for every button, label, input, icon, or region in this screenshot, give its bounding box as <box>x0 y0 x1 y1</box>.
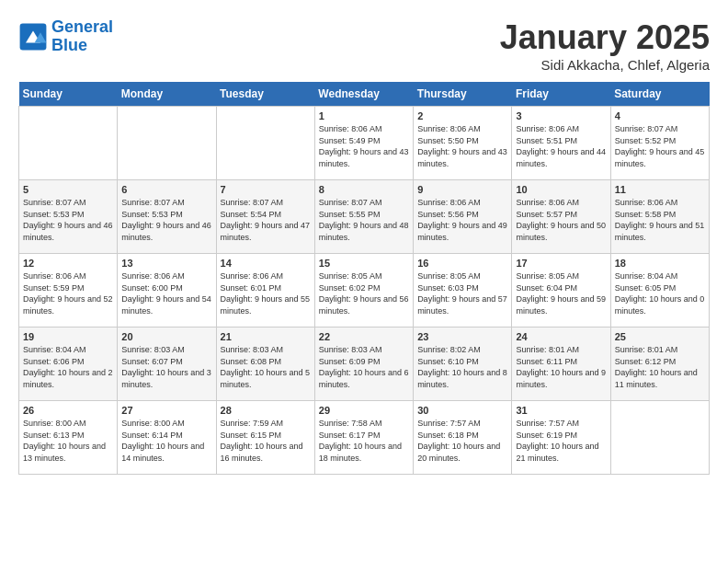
calendar-cell: 13Sunrise: 8:06 AM Sunset: 6:00 PM Dayli… <box>118 254 216 327</box>
day-number: 24 <box>516 331 606 342</box>
day-number: 4 <box>615 110 705 121</box>
day-number: 12 <box>23 258 113 269</box>
day-number: 7 <box>221 184 311 195</box>
calendar-header: SundayMondayTuesdayWednesdayThursdayFrid… <box>19 82 710 107</box>
calendar-cell: 22Sunrise: 8:03 AM Sunset: 6:09 PM Dayli… <box>314 327 413 401</box>
calendar-cell: 18Sunrise: 8:04 AM Sunset: 6:05 PM Dayli… <box>610 254 709 327</box>
day-info: Sunrise: 7:59 AM Sunset: 6:15 PM Dayligh… <box>221 418 311 464</box>
calendar-week-3: 12Sunrise: 8:06 AM Sunset: 5:59 PM Dayli… <box>19 254 710 327</box>
day-number: 20 <box>121 331 211 342</box>
calendar-cell: 6Sunrise: 8:07 AM Sunset: 5:53 PM Daylig… <box>118 180 216 254</box>
day-number: 30 <box>417 405 507 416</box>
calendar-cell <box>216 107 314 180</box>
day-info: Sunrise: 8:06 AM Sunset: 6:00 PM Dayligh… <box>121 270 211 316</box>
calendar-cell: 20Sunrise: 8:03 AM Sunset: 6:07 PM Dayli… <box>118 327 216 401</box>
day-number: 19 <box>23 331 113 342</box>
calendar-cell: 30Sunrise: 7:57 AM Sunset: 6:18 PM Dayli… <box>414 401 512 475</box>
day-number: 31 <box>516 405 606 416</box>
calendar-cell: 21Sunrise: 8:03 AM Sunset: 6:08 PM Dayli… <box>216 327 314 401</box>
calendar-cell: 28Sunrise: 7:59 AM Sunset: 6:15 PM Dayli… <box>216 401 314 475</box>
calendar-cell: 10Sunrise: 8:06 AM Sunset: 5:57 PM Dayli… <box>512 180 610 254</box>
day-number: 26 <box>23 405 113 416</box>
day-info: Sunrise: 8:05 AM Sunset: 6:02 PM Dayligh… <box>319 270 409 316</box>
day-info: Sunrise: 8:02 AM Sunset: 6:10 PM Dayligh… <box>417 344 507 390</box>
day-info: Sunrise: 8:06 AM Sunset: 5:50 PM Dayligh… <box>417 123 507 169</box>
day-number: 18 <box>615 258 705 269</box>
calendar-week-2: 5Sunrise: 8:07 AM Sunset: 5:53 PM Daylig… <box>19 180 710 254</box>
day-info: Sunrise: 7:57 AM Sunset: 6:18 PM Dayligh… <box>417 418 507 464</box>
calendar-cell: 14Sunrise: 8:06 AM Sunset: 6:01 PM Dayli… <box>216 254 314 327</box>
calendar-cell: 19Sunrise: 8:04 AM Sunset: 6:06 PM Dayli… <box>19 327 118 401</box>
day-info: Sunrise: 8:04 AM Sunset: 6:06 PM Dayligh… <box>23 344 113 390</box>
day-info: Sunrise: 8:05 AM Sunset: 6:03 PM Dayligh… <box>417 270 507 316</box>
day-info: Sunrise: 7:57 AM Sunset: 6:19 PM Dayligh… <box>516 418 606 464</box>
calendar-cell: 12Sunrise: 8:06 AM Sunset: 5:59 PM Dayli… <box>19 254 118 327</box>
logo-text: General Blue <box>51 18 113 55</box>
calendar-cell: 15Sunrise: 8:05 AM Sunset: 6:02 PM Dayli… <box>314 254 413 327</box>
calendar-cell: 31Sunrise: 7:57 AM Sunset: 6:19 PM Dayli… <box>512 401 610 475</box>
day-number: 22 <box>319 331 409 342</box>
day-info: Sunrise: 8:01 AM Sunset: 6:11 PM Dayligh… <box>516 344 606 390</box>
calendar-cell: 8Sunrise: 8:07 AM Sunset: 5:55 PM Daylig… <box>314 180 413 254</box>
day-number: 9 <box>417 184 507 195</box>
header-cell-thursday: Thursday <box>414 82 512 107</box>
location-subtitle: Sidi Akkacha, Chlef, Algeria <box>500 57 710 73</box>
calendar-cell: 7Sunrise: 8:07 AM Sunset: 5:54 PM Daylig… <box>216 180 314 254</box>
page-header: General Blue January 2025 Sidi Akkacha, … <box>18 18 710 73</box>
logo-icon <box>18 22 48 52</box>
day-number: 2 <box>417 110 507 121</box>
day-info: Sunrise: 8:03 AM Sunset: 6:08 PM Dayligh… <box>221 344 311 390</box>
header-row: SundayMondayTuesdayWednesdayThursdayFrid… <box>19 82 710 107</box>
calendar-cell: 11Sunrise: 8:06 AM Sunset: 5:58 PM Dayli… <box>610 180 709 254</box>
day-number: 15 <box>319 258 409 269</box>
day-info: Sunrise: 7:58 AM Sunset: 6:17 PM Dayligh… <box>319 418 409 464</box>
calendar-table: SundayMondayTuesdayWednesdayThursdayFrid… <box>18 82 710 475</box>
calendar-cell: 3Sunrise: 8:06 AM Sunset: 5:51 PM Daylig… <box>512 107 610 180</box>
day-info: Sunrise: 8:06 AM Sunset: 5:49 PM Dayligh… <box>319 123 409 169</box>
day-info: Sunrise: 8:07 AM Sunset: 5:54 PM Dayligh… <box>221 197 311 243</box>
calendar-cell: 4Sunrise: 8:07 AM Sunset: 5:52 PM Daylig… <box>610 107 709 180</box>
day-info: Sunrise: 8:06 AM Sunset: 5:56 PM Dayligh… <box>417 197 507 243</box>
day-number: 16 <box>417 258 507 269</box>
calendar-cell: 1Sunrise: 8:06 AM Sunset: 5:49 PM Daylig… <box>314 107 413 180</box>
day-number: 13 <box>121 258 211 269</box>
calendar-cell: 5Sunrise: 8:07 AM Sunset: 5:53 PM Daylig… <box>19 180 118 254</box>
calendar-cell: 23Sunrise: 8:02 AM Sunset: 6:10 PM Dayli… <box>414 327 512 401</box>
header-cell-sunday: Sunday <box>19 82 118 107</box>
calendar-cell <box>118 107 216 180</box>
day-number: 3 <box>516 110 606 121</box>
calendar-cell: 25Sunrise: 8:01 AM Sunset: 6:12 PM Dayli… <box>610 327 709 401</box>
day-number: 5 <box>23 184 113 195</box>
day-number: 14 <box>221 258 311 269</box>
day-info: Sunrise: 8:01 AM Sunset: 6:12 PM Dayligh… <box>615 344 705 390</box>
calendar-week-4: 19Sunrise: 8:04 AM Sunset: 6:06 PM Dayli… <box>19 327 710 401</box>
logo-line2: Blue <box>51 36 87 54</box>
calendar-cell <box>19 107 118 180</box>
calendar-cell: 9Sunrise: 8:06 AM Sunset: 5:56 PM Daylig… <box>414 180 512 254</box>
calendar-cell <box>610 401 709 475</box>
day-info: Sunrise: 8:07 AM Sunset: 5:52 PM Dayligh… <box>615 123 705 169</box>
day-info: Sunrise: 8:07 AM Sunset: 5:53 PM Dayligh… <box>23 197 113 243</box>
calendar-body: 1Sunrise: 8:06 AM Sunset: 5:49 PM Daylig… <box>19 107 710 475</box>
calendar-week-5: 26Sunrise: 8:00 AM Sunset: 6:13 PM Dayli… <box>19 401 710 475</box>
day-number: 1 <box>319 110 409 121</box>
title-area: January 2025 Sidi Akkacha, Chlef, Algeri… <box>500 18 710 73</box>
day-number: 21 <box>221 331 311 342</box>
calendar-cell: 17Sunrise: 8:05 AM Sunset: 6:04 PM Dayli… <box>512 254 610 327</box>
day-number: 10 <box>516 184 606 195</box>
day-info: Sunrise: 8:07 AM Sunset: 5:53 PM Dayligh… <box>121 197 211 243</box>
logo-line1: General <box>51 17 113 36</box>
day-info: Sunrise: 8:07 AM Sunset: 5:55 PM Dayligh… <box>319 197 409 243</box>
day-info: Sunrise: 8:06 AM Sunset: 5:51 PM Dayligh… <box>516 123 606 169</box>
day-info: Sunrise: 8:00 AM Sunset: 6:13 PM Dayligh… <box>23 418 113 464</box>
logo: General Blue <box>18 18 113 55</box>
calendar-cell: 24Sunrise: 8:01 AM Sunset: 6:11 PM Dayli… <box>512 327 610 401</box>
day-number: 29 <box>319 405 409 416</box>
day-info: Sunrise: 8:04 AM Sunset: 6:05 PM Dayligh… <box>615 270 705 316</box>
day-info: Sunrise: 8:06 AM Sunset: 6:01 PM Dayligh… <box>221 270 311 316</box>
day-number: 27 <box>121 405 211 416</box>
day-number: 23 <box>417 331 507 342</box>
day-number: 11 <box>615 184 705 195</box>
day-number: 6 <box>121 184 211 195</box>
day-info: Sunrise: 8:03 AM Sunset: 6:07 PM Dayligh… <box>121 344 211 390</box>
